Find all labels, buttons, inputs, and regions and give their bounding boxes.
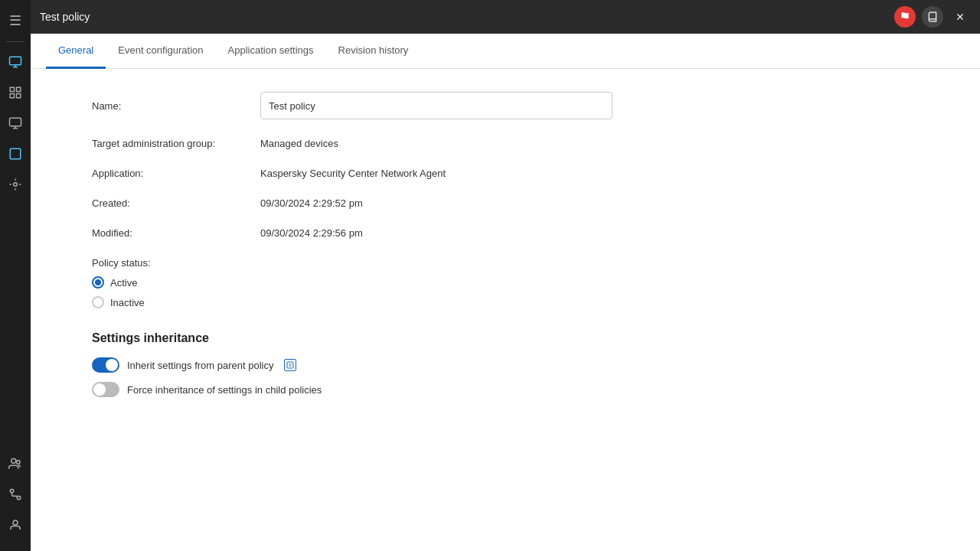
main-panel: Test policy General Event configuration …	[31, 0, 980, 551]
svg-point-11	[17, 496, 21, 500]
modified-label: Modified:	[92, 227, 260, 239]
sidebar-bottom	[2, 450, 29, 545]
svg-rect-3	[10, 94, 14, 98]
menu-icon[interactable]: ☰	[0, 6, 31, 35]
name-label: Name:	[92, 100, 260, 112]
svg-rect-5	[10, 118, 21, 126]
svg-rect-0	[10, 57, 21, 65]
book-button[interactable]	[922, 6, 943, 28]
name-input[interactable]	[260, 92, 612, 119]
sidebar-divider	[6, 41, 24, 42]
created-value: 09/30/2024 2:29:52 pm	[260, 197, 363, 209]
svg-point-10	[10, 489, 14, 493]
radio-active-inner	[95, 279, 101, 285]
force-toggle[interactable]	[92, 382, 119, 397]
settings-inheritance-section: Settings inheritance Inherit settings fr…	[92, 331, 919, 397]
window-title: Test policy	[40, 11, 888, 23]
radio-inactive-circle	[92, 296, 104, 308]
radio-active-circle	[92, 276, 104, 289]
inherit-label: Inherit settings from parent policy	[127, 360, 273, 371]
svg-rect-13	[287, 362, 293, 368]
tab-revision-history[interactable]: Revision history	[326, 34, 421, 69]
sidebar-item-users[interactable]	[2, 450, 29, 478]
target-label: Target administration group:	[92, 138, 260, 149]
tab-application-settings[interactable]: Application settings	[216, 34, 326, 69]
tab-event-configuration[interactable]: Event configuration	[106, 34, 215, 69]
inherit-toggle-row: Inherit settings from parent policy	[92, 357, 919, 373]
radio-active[interactable]: Active	[92, 276, 919, 289]
sidebar-item-square[interactable]	[2, 140, 29, 168]
radio-inactive-label: Inactive	[110, 297, 145, 308]
tabs: General Event configuration Application …	[31, 34, 980, 69]
force-toggle-row: Force inheritance of settings in child p…	[92, 382, 919, 397]
close-button[interactable]	[949, 6, 971, 28]
svg-point-12	[13, 520, 18, 525]
created-label: Created:	[92, 197, 260, 209]
radio-group: Active Inactive	[92, 276, 919, 308]
force-toggle-knob	[93, 383, 106, 396]
modified-value: 09/30/2024 2:29:56 pm	[260, 227, 363, 239]
radio-active-label: Active	[110, 277, 137, 289]
force-label: Force inheritance of settings in child p…	[127, 384, 322, 396]
svg-rect-2	[17, 87, 21, 91]
svg-rect-1	[10, 87, 14, 91]
inherit-toggle[interactable]	[92, 357, 119, 373]
target-row: Target administration group: Managed dev…	[92, 138, 919, 149]
policy-status-label: Policy status:	[92, 257, 919, 269]
tab-general[interactable]: General	[46, 34, 106, 69]
target-value: Managed devices	[260, 138, 338, 149]
sidebar-item-user[interactable]	[2, 511, 29, 539]
application-value: Kaspersky Security Center Network Agent	[260, 168, 446, 179]
sidebar-item-unknown[interactable]	[2, 171, 29, 198]
flag-button[interactable]	[894, 6, 916, 28]
sidebar-item-routes[interactable]	[2, 481, 29, 508]
radio-inactive[interactable]: Inactive	[92, 296, 919, 308]
name-row: Name:	[92, 92, 919, 119]
svg-rect-6	[10, 148, 21, 159]
inherit-toggle-knob	[106, 359, 118, 371]
svg-point-7	[14, 183, 18, 187]
sidebar-item-devices[interactable]	[2, 48, 29, 76]
svg-point-9	[17, 461, 21, 465]
policy-status-section: Policy status: Active Inactive	[92, 257, 919, 308]
settings-inheritance-title: Settings inheritance	[92, 331, 919, 345]
created-row: Created: 09/30/2024 2:29:52 pm	[92, 197, 919, 209]
svg-rect-4	[17, 94, 21, 98]
modified-row: Modified: 09/30/2024 2:29:56 pm	[92, 227, 919, 239]
application-label: Application:	[92, 168, 260, 179]
sidebar-item-apps[interactable]	[2, 79, 29, 106]
svg-point-8	[11, 458, 16, 463]
inherit-help-icon[interactable]	[284, 359, 296, 371]
content-area: Name: Target administration group: Manag…	[31, 69, 980, 551]
application-row: Application: Kaspersky Security Center N…	[92, 168, 919, 179]
sidebar: ☰	[0, 0, 31, 551]
titlebar: Test policy	[31, 0, 980, 34]
sidebar-item-monitor[interactable]	[2, 109, 29, 137]
